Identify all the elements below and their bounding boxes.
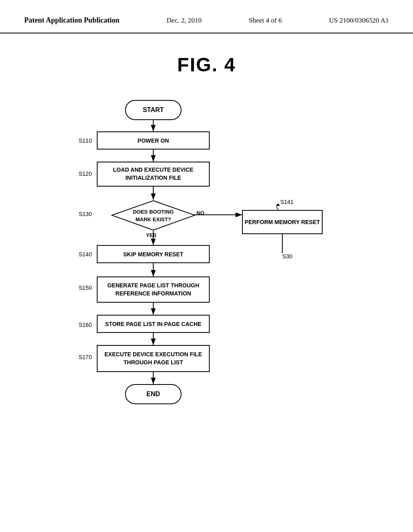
publication-date: Dec. 2, 2010 <box>167 17 202 25</box>
branch-no: NO <box>196 210 204 216</box>
sheet-info: Sheet 4 of 6 <box>249 17 282 25</box>
start-node: START <box>125 100 181 120</box>
node-s140: SKIP MEMORY RESET <box>97 245 210 263</box>
figure-title: FIG. 4 <box>0 54 413 76</box>
patent-number: US 2100/0306520 A1 <box>329 17 389 25</box>
flowchart: START S110 POWER ON S120 LOAD AND EXECUT… <box>0 84 413 519</box>
node-s120: LOAD AND EXECUTE DEVICE INITIALIZATION F… <box>97 162 210 187</box>
step-s150-label: S150 <box>79 285 92 291</box>
step-s30-label: S30 <box>282 253 292 260</box>
step-s130-label: S130 <box>79 211 92 217</box>
node-s160: STORE PAGE LIST IN PAGE CACHE <box>97 315 210 333</box>
step-s170-label: S170 <box>79 354 92 360</box>
branch-yes: YES <box>146 232 156 238</box>
publication-title: Patent Application Publication <box>24 16 119 25</box>
node-s110: POWER ON <box>97 131 210 150</box>
node-s170: EXECUTE DEVICE EXECUTION FILE THROUGH PA… <box>97 345 210 372</box>
node-s141: PERFORM MEMORY RESET <box>242 210 323 234</box>
step-s160-label: S160 <box>79 322 92 328</box>
step-s110-label: S110 <box>79 137 92 144</box>
node-s150: GENERATE PAGE LIST THROUGH REFERENCE INF… <box>97 276 210 303</box>
step-s120-label: S120 <box>79 170 92 177</box>
step-s140-label: S140 <box>79 251 92 258</box>
s141-arrow <box>274 203 282 211</box>
page-header: Patent Application Publication Dec. 2, 2… <box>0 0 413 33</box>
node-s130: DOES BOOTING MARK EXIST? <box>111 200 196 231</box>
end-node: END <box>125 384 181 404</box>
